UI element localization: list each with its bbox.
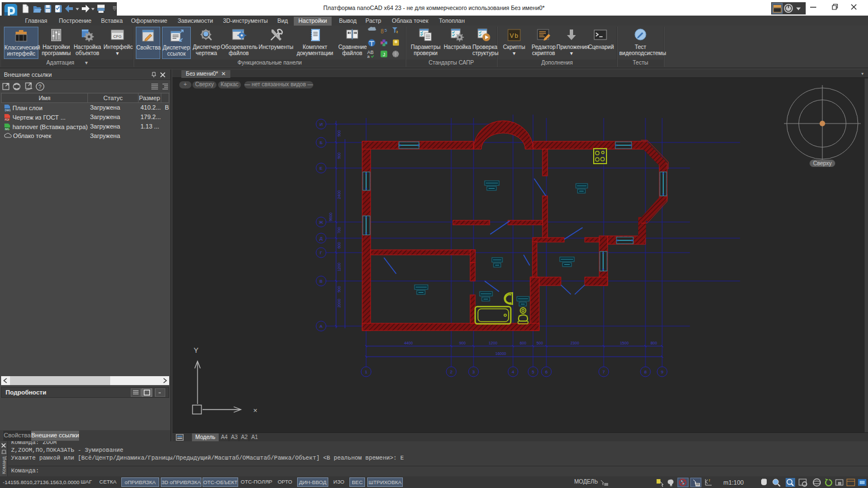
svg-text:b: b	[515, 32, 518, 39]
svg-text:500: 500	[536, 341, 543, 345]
svg-text:Е: Е	[319, 166, 322, 171]
svg-text:16000: 16000	[495, 352, 506, 356]
svg-text:А: А	[319, 324, 323, 329]
svg-text:J: J	[383, 52, 385, 57]
svg-text:Г: Г	[320, 250, 323, 255]
svg-text:?: ?	[38, 84, 42, 90]
svg-text:800: 800	[650, 341, 657, 345]
svg-text:4: 4	[512, 369, 515, 374]
svg-text:V: V	[510, 32, 514, 39]
svg-text:8: 8	[644, 369, 647, 374]
svg-text:PDF: PDF	[4, 118, 9, 121]
svg-text:2400: 2400	[337, 190, 341, 199]
svg-text:2000: 2000	[337, 299, 341, 308]
svg-text:600: 600	[337, 242, 341, 249]
svg-text:700: 700	[337, 227, 341, 234]
svg-text:f: f	[709, 479, 710, 482]
svg-text:6: 6	[545, 369, 548, 374]
svg-text:4400: 4400	[404, 341, 413, 345]
svg-text:900: 900	[337, 152, 341, 159]
svg-text:5: 5	[384, 28, 387, 33]
svg-text:Y: Y	[194, 346, 199, 354]
svg-text:900: 900	[337, 286, 341, 293]
svg-text:IMG: IMG	[4, 127, 9, 130]
svg-text:9: 9	[661, 369, 664, 374]
svg-text:Сверху: Сверху	[813, 160, 831, 166]
svg-text:В: В	[319, 279, 322, 284]
svg-text:Б: Б	[319, 140, 322, 145]
svg-text:900: 900	[337, 130, 341, 137]
svg-text:2: 2	[450, 369, 453, 374]
svg-text:Ж: Ж	[319, 220, 323, 225]
svg-text:600: 600	[520, 341, 526, 345]
svg-text:3: 3	[472, 369, 475, 374]
svg-text:9600: 9600	[329, 213, 333, 221]
svg-text:5: 5	[532, 369, 535, 374]
svg-text:8: 8	[381, 28, 384, 34]
svg-text:2300: 2300	[570, 341, 579, 345]
svg-text:И: И	[319, 122, 323, 127]
svg-text:1500: 1500	[620, 341, 629, 345]
svg-text:CFG: CFG	[114, 34, 122, 38]
svg-text:1: 1	[365, 369, 368, 374]
svg-text:1200: 1200	[489, 341, 497, 345]
svg-text:×: ×	[253, 406, 258, 415]
svg-text:DWG: DWG	[4, 109, 11, 111]
svg-text:m1:100: m1:100	[723, 479, 744, 486]
svg-text:900: 900	[459, 341, 466, 345]
svg-text:1200: 1200	[337, 263, 341, 272]
svg-text:7: 7	[603, 369, 605, 374]
svg-text:Д: Д	[319, 236, 323, 241]
